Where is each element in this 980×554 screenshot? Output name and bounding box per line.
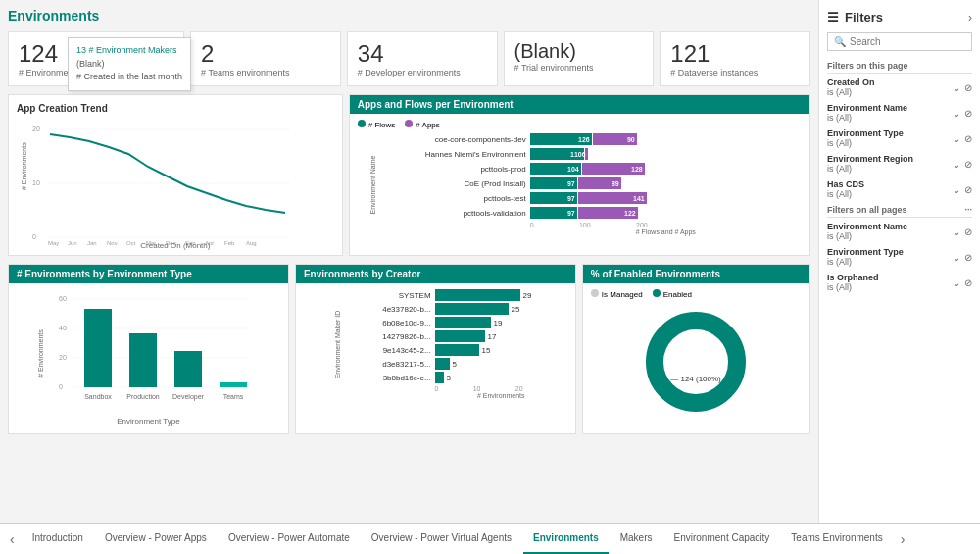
env-type-x-label: Environment Type bbox=[17, 417, 280, 426]
filter-chevron-icon-1[interactable]: ⌄ bbox=[953, 108, 960, 119]
creator-bars: SYSTEM 29 4e337820-b... 25 6b08e10d-9... bbox=[357, 289, 567, 399]
kpi-value-teams: 2 bbox=[201, 40, 330, 68]
filter-clear-icon-1[interactable]: ⊘ bbox=[964, 108, 972, 119]
filters-on-this-page-title: Filters on this page bbox=[827, 61, 972, 74]
svg-text:2023: 2023 bbox=[68, 246, 81, 247]
kpi-card-developer: 34 # Developer environments bbox=[347, 31, 498, 86]
bar-row-5: pcttools-validation 97 122 bbox=[393, 207, 802, 219]
filters-all-pages-list: Environment Name is (All) ⌄ ⊘ Environmen… bbox=[827, 222, 972, 292]
tooltip-line2-label: # Created in the last month bbox=[76, 71, 182, 84]
filter-all-env-type: Environment Type is (All) ⌄ ⊘ bbox=[827, 247, 972, 267]
tab-environments[interactable]: Environments bbox=[523, 524, 609, 554]
kpi-tooltip: 13 # Environment Makers (Blank) # Create… bbox=[68, 37, 191, 91]
app-creation-trend-title: App Creation Trend bbox=[17, 103, 334, 114]
legend-enabled: Enabled bbox=[653, 289, 692, 299]
svg-rect-38 bbox=[174, 351, 202, 387]
donut-svg: — 124 (100%) bbox=[642, 308, 750, 416]
tab-power-virtual-agents[interactable]: Overview - Power Virtual Agents bbox=[362, 524, 521, 554]
svg-text:Production: Production bbox=[126, 393, 160, 400]
svg-text:Teams: Teams bbox=[222, 393, 243, 400]
apps-flows-x-axis: 0100200 bbox=[530, 222, 648, 228]
filter-chevron-icon-4[interactable]: ⌄ bbox=[953, 184, 960, 195]
filter-clear-icon-7[interactable]: ⊘ bbox=[964, 277, 972, 288]
svg-text:20: 20 bbox=[59, 354, 67, 361]
creator-y-label: Environment Maker ID bbox=[334, 310, 341, 378]
filter-chevron-icon-2[interactable]: ⌄ bbox=[953, 133, 960, 144]
svg-text:2023: 2023 bbox=[224, 246, 238, 247]
line-chart-y-label: # Environments bbox=[21, 176, 27, 190]
apps-flows-bars: coe-core-components-dev 126 90 Hannes Ni… bbox=[393, 133, 802, 235]
filter-clear-icon-6[interactable]: ⊘ bbox=[964, 252, 972, 263]
tab-makers[interactable]: Makers bbox=[611, 524, 662, 554]
bar-row-4: pcttools-test 97 141 bbox=[393, 192, 802, 204]
apps-flows-legend: # Flows # Apps bbox=[358, 120, 802, 129]
creator-x-label: # Environments bbox=[435, 392, 567, 399]
svg-text:0: 0 bbox=[59, 383, 63, 390]
svg-text:Sandbox: Sandbox bbox=[84, 393, 112, 400]
env-by-type-chart: # Environments 60 40 20 0 bbox=[17, 289, 280, 417]
bar-row-2: pcttools-prod 104 128 bbox=[393, 163, 802, 175]
tab-env-capacity[interactable]: Environment Capacity bbox=[664, 524, 780, 554]
filter-is-orphaned: Is Orphaned is (All) ⌄ ⊘ bbox=[827, 273, 972, 292]
filter-env-name: Environment Name is (All) ⌄ ⊘ bbox=[827, 103, 972, 123]
svg-point-44 bbox=[655, 321, 737, 403]
apps-flows-card: Apps and Flows per Environment # Flows #… bbox=[349, 94, 810, 256]
svg-rect-37 bbox=[129, 333, 157, 387]
bar-row-0: coe-core-components-dev 126 90 bbox=[393, 133, 802, 145]
filter-chevron-icon-6[interactable]: ⌄ bbox=[953, 252, 960, 263]
line-chart-svg: 20 10 0 May 2023 Jun 2023 bbox=[30, 120, 295, 247]
bar-row-3: CoE (Prod Install) 97 89 bbox=[393, 177, 802, 189]
filter-chevron-icon-3[interactable]: ⌄ bbox=[953, 159, 960, 170]
filters-search-box[interactable]: 🔍 bbox=[827, 32, 972, 51]
env-type-svg: 60 40 20 0 bbox=[57, 289, 253, 417]
filters-header: ☰ Filters › bbox=[827, 10, 972, 25]
kpi-card-trial: (Blank) # Trial environments bbox=[504, 31, 655, 86]
tab-nav-prev[interactable]: ‹ bbox=[4, 531, 21, 547]
filter-clear-icon-2[interactable]: ⊘ bbox=[964, 133, 972, 144]
filters-panel: ☰ Filters › 🔍 Filters on this page Creat… bbox=[818, 0, 980, 523]
legend-managed: Is Managed bbox=[591, 289, 643, 299]
donut-label: — 124 (100%) bbox=[671, 375, 722, 383]
kpi-label-developer: # Developer environments bbox=[358, 68, 487, 77]
filter-env-type: Environment Type is (All) ⌄ ⊘ bbox=[827, 128, 972, 148]
tab-teams-environments[interactable]: Teams Environments bbox=[781, 524, 892, 554]
svg-text:2022: 2022 bbox=[107, 246, 121, 247]
search-input[interactable] bbox=[850, 36, 965, 47]
creator-row-1: 4e337820-b... 25 bbox=[357, 303, 567, 315]
tab-bar: ‹ Introduction Overview - Power Apps Ove… bbox=[0, 523, 980, 554]
tab-nav-next[interactable]: › bbox=[895, 531, 911, 547]
filter-clear-icon-4[interactable]: ⊘ bbox=[964, 184, 972, 195]
env-type-y-label: # Environments bbox=[37, 329, 44, 378]
filters-all-pages-menu[interactable]: ··· bbox=[964, 205, 972, 215]
tab-power-apps[interactable]: Overview - Power Apps bbox=[95, 524, 217, 554]
env-by-type-card: # Environments by Environment Type # Env… bbox=[8, 264, 289, 434]
env-by-type-title: # Environments by Environment Type bbox=[9, 265, 288, 283]
filter-chevron-icon-5[interactable]: ⌄ bbox=[953, 227, 960, 237]
svg-text:40: 40 bbox=[59, 325, 67, 331]
tab-power-automate[interactable]: Overview - Power Automate bbox=[219, 524, 360, 554]
svg-text:2022: 2022 bbox=[246, 246, 260, 247]
filter-chevron-icon-0[interactable]: ⌄ bbox=[953, 82, 960, 93]
tab-introduction[interactable]: Introduction bbox=[23, 524, 93, 554]
filter-clear-icon-0[interactable]: ⊘ bbox=[964, 82, 972, 93]
svg-text:10: 10 bbox=[32, 179, 40, 186]
creator-row-6: 3b8bd16c-e... 3 bbox=[357, 372, 567, 383]
pct-enabled-title: % of Enabled Environments bbox=[583, 265, 809, 283]
page-title: Environments bbox=[8, 8, 810, 24]
kpi-label-trial: # Trial environments bbox=[514, 63, 644, 73]
filters-collapse-icon[interactable]: › bbox=[968, 11, 972, 25]
svg-text:2022: 2022 bbox=[126, 246, 140, 247]
tooltip-line1: 13 # Environment Makers bbox=[76, 44, 182, 58]
kpi-card-teams: 2 # Teams environments bbox=[190, 31, 341, 86]
creator-row-5: d3e83217-5... 5 bbox=[357, 358, 567, 370]
filter-clear-icon-3[interactable]: ⊘ bbox=[964, 159, 972, 170]
creator-row-4: 9e143c45-2... 15 bbox=[357, 344, 567, 356]
filter-icon: ☰ bbox=[827, 10, 839, 25]
svg-text:20: 20 bbox=[32, 126, 40, 132]
filter-chevron-icon-7[interactable]: ⌄ bbox=[953, 277, 960, 288]
svg-text:2023: 2023 bbox=[48, 246, 62, 247]
apps-flows-chart-area: Environment Name coe-core-components-dev… bbox=[358, 133, 802, 235]
creator-row-2: 6b08e10d-9... 19 bbox=[357, 317, 567, 328]
env-by-creator-title: Environments by Creator bbox=[296, 265, 575, 283]
filter-clear-icon-5[interactable]: ⊘ bbox=[964, 227, 972, 237]
